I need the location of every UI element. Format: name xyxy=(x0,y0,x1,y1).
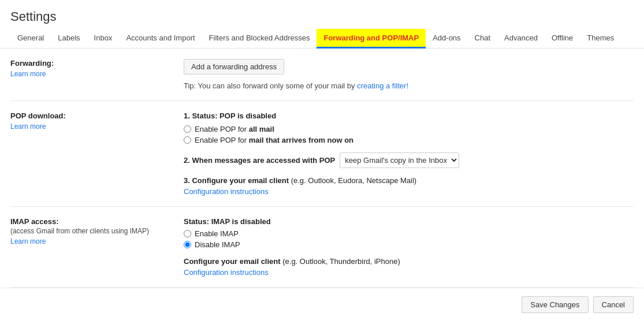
forwarding-label: Forwarding: xyxy=(10,59,54,68)
imap-config-link[interactable]: Configuration instructions xyxy=(184,268,634,277)
imap-label-col: IMAP access: (access Gmail from other cl… xyxy=(10,217,184,277)
imap-enable-radio[interactable] xyxy=(184,230,191,237)
nav-labels[interactable]: Labels xyxy=(51,29,87,49)
pop-config-link[interactable]: Configuration instructions xyxy=(184,187,634,196)
imap-configure-line: Configure your email client (e.g. Outloo… xyxy=(184,257,634,266)
imap-disable-group: Disable IMAP xyxy=(184,240,634,249)
footer-bar: Save Changes Cancel xyxy=(0,288,644,320)
settings-content: Forwarding: Learn more Add a forwarding … xyxy=(0,49,644,288)
add-forwarding-button[interactable]: Add a forwarding address xyxy=(184,59,284,75)
pop-configure-prefix: 3. Configure your email client xyxy=(184,176,289,185)
nav-accounts[interactable]: Accounts and Import xyxy=(119,29,202,49)
creating-filter-link[interactable]: creating a filter! xyxy=(357,81,408,90)
nav-forwarding[interactable]: Forwarding and POP/IMAP xyxy=(317,29,426,49)
forwarding-content: Add a forwarding address Tip: You can al… xyxy=(184,59,634,90)
pop-radio1-group: Enable POP for all mail xyxy=(184,125,634,133)
imap-learn-more[interactable]: Learn more xyxy=(10,237,172,245)
imap-content: Status: IMAP is disabled Enable IMAP Dis… xyxy=(184,217,634,277)
nav-filters[interactable]: Filters and Blocked Addresses xyxy=(202,29,317,49)
pop-all-mail-radio[interactable] xyxy=(184,125,191,133)
cancel-button[interactable]: Cancel xyxy=(593,296,634,313)
pop-learn-more[interactable]: Learn more xyxy=(10,122,172,131)
imap-enable-label: Enable IMAP xyxy=(195,229,239,238)
save-changes-button[interactable]: Save Changes xyxy=(522,296,588,313)
imap-enable-group: Enable IMAP xyxy=(184,229,634,238)
pop-when-messages: 2. When messages are accessed with POP k… xyxy=(184,152,634,168)
tip-prefix: Tip: You can also forward only some of y… xyxy=(184,81,355,90)
imap-label: IMAP access: xyxy=(10,217,59,226)
imap-disable-radio[interactable] xyxy=(184,241,191,248)
imap-section: IMAP access: (access Gmail from other cl… xyxy=(10,207,634,288)
pop-status-text: 1. Status: POP is disabled xyxy=(184,111,276,120)
nav-inbox[interactable]: Inbox xyxy=(87,29,120,49)
pop-label: POP download: xyxy=(10,111,66,120)
imap-configure-prefix: Configure your email client xyxy=(184,257,281,266)
nav-offline[interactable]: Offline xyxy=(545,29,580,49)
forwarding-learn-more[interactable]: Learn more xyxy=(10,70,172,78)
page-title: Settings xyxy=(0,0,644,29)
nav-bar: General Labels Inbox Accounts and Import… xyxy=(0,29,644,49)
pop-action-select[interactable]: keep Gmail's copy in the Inbox archive G… xyxy=(340,152,459,168)
nav-general[interactable]: General xyxy=(10,29,51,49)
pop-radio1-label: Enable POP for all mail xyxy=(195,125,274,133)
pop-radio2-label: Enable POP for mail that arrives from no… xyxy=(195,136,353,144)
pop-configure-line: 3. Configure your email client (e.g. Out… xyxy=(184,176,634,185)
forwarding-tip: Tip: You can also forward only some of y… xyxy=(184,81,634,90)
imap-status: Status: IMAP is disabled xyxy=(184,217,634,226)
pop-label-col: POP download: Learn more xyxy=(10,111,184,196)
pop-now-on-radio[interactable] xyxy=(184,136,191,144)
pop-when-prefix: 2. When messages are accessed with POP xyxy=(184,156,335,165)
pop-radio2-group: Enable POP for mail that arrives from no… xyxy=(184,136,634,144)
pop-section: POP download: Learn more 1. Status: POP … xyxy=(10,101,634,207)
nav-chat[interactable]: Chat xyxy=(468,29,497,49)
nav-addons[interactable]: Add-ons xyxy=(426,29,467,49)
pop-status: 1. Status: POP is disabled xyxy=(184,111,634,120)
imap-configure-examples: (e.g. Outlook, Thunderbird, iPhone) xyxy=(282,257,400,266)
imap-sub-label: (access Gmail from other clients using I… xyxy=(10,227,172,235)
forwarding-section: Forwarding: Learn more Add a forwarding … xyxy=(10,49,634,101)
pop-content: 1. Status: POP is disabled Enable POP fo… xyxy=(184,111,634,196)
imap-disable-label: Disable IMAP xyxy=(195,240,240,249)
nav-themes[interactable]: Themes xyxy=(580,29,621,49)
pop-configure-examples-text: (e.g. Outlook, Eudora, Netscape Mail) xyxy=(291,176,417,185)
forwarding-label-col: Forwarding: Learn more xyxy=(10,59,184,90)
nav-advanced[interactable]: Advanced xyxy=(497,29,545,49)
